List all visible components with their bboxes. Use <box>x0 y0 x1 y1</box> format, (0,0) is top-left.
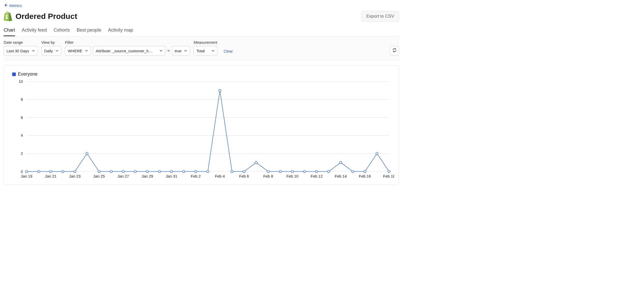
svg-point-48 <box>267 170 269 173</box>
svg-text:Jan 27: Jan 27 <box>118 174 129 178</box>
svg-point-54 <box>340 161 342 164</box>
svg-point-55 <box>352 170 354 173</box>
refresh-icon <box>392 48 397 54</box>
svg-text:Jan 25: Jan 25 <box>93 174 105 178</box>
svg-text:2: 2 <box>21 151 23 156</box>
svg-point-34 <box>98 170 100 173</box>
legend-swatch <box>12 72 16 76</box>
svg-point-58 <box>388 170 390 173</box>
svg-point-40 <box>170 170 173 173</box>
chevron-down-icon <box>85 49 88 52</box>
svg-point-44 <box>219 89 221 92</box>
svg-text:Feb 4: Feb 4 <box>215 174 225 178</box>
page-title: Ordered Product <box>16 12 77 21</box>
view-by-label: View by <box>41 40 61 45</box>
svg-point-46 <box>243 170 245 173</box>
svg-point-37 <box>134 170 136 173</box>
svg-text:4: 4 <box>21 133 23 137</box>
filter-equals: = <box>167 48 170 53</box>
svg-point-49 <box>279 170 281 173</box>
svg-point-47 <box>255 161 257 164</box>
svg-text:10: 10 <box>19 79 23 84</box>
svg-text:Feb 10: Feb 10 <box>286 174 298 178</box>
svg-text:Jan 21: Jan 21 <box>45 174 57 178</box>
back-link[interactable]: Metrics <box>4 3 22 8</box>
svg-point-41 <box>182 170 185 173</box>
chevron-down-icon <box>55 49 58 52</box>
svg-point-30 <box>49 170 52 173</box>
chevron-down-icon <box>159 49 163 52</box>
svg-text:Jan 29: Jan 29 <box>142 174 153 178</box>
svg-point-39 <box>158 170 161 173</box>
measurement-select[interactable]: Total <box>194 46 217 55</box>
tab-cohorts[interactable]: Cohorts <box>54 27 70 36</box>
back-link-label: Metrics <box>9 3 22 8</box>
tab-activity-map[interactable]: Activity map <box>108 27 133 36</box>
date-range-select[interactable]: Last 30 Days <box>4 46 38 55</box>
svg-point-31 <box>62 170 64 173</box>
svg-text:8: 8 <box>21 97 23 101</box>
svg-point-42 <box>195 170 197 173</box>
svg-text:Feb 18: Feb 18 <box>383 174 394 178</box>
svg-point-50 <box>291 170 294 173</box>
svg-point-45 <box>231 170 233 173</box>
svg-point-52 <box>316 170 318 173</box>
svg-text:Feb 8: Feb 8 <box>263 174 273 178</box>
svg-point-56 <box>364 170 366 173</box>
svg-point-33 <box>86 152 88 155</box>
chevron-down-icon <box>32 49 35 52</box>
measurement-label: Measurement <box>194 40 217 45</box>
svg-point-36 <box>122 170 125 173</box>
svg-point-38 <box>146 170 149 173</box>
clear-link[interactable]: Clear <box>224 49 233 55</box>
tabs: Chart Activity feed Cohorts Best people … <box>4 27 399 36</box>
chevron-down-icon <box>211 49 215 52</box>
svg-text:Feb 14: Feb 14 <box>335 174 347 178</box>
svg-point-29 <box>38 170 40 173</box>
svg-text:0: 0 <box>21 170 23 174</box>
date-range-label: Date range <box>4 40 38 45</box>
filter-attribute-select[interactable]: Attribute: _source_customer_h… <box>93 46 165 55</box>
svg-point-35 <box>110 170 112 173</box>
filter-value-select[interactable]: true <box>172 46 190 55</box>
svg-point-28 <box>25 170 28 173</box>
svg-point-51 <box>303 170 306 173</box>
refresh-button[interactable] <box>390 46 399 55</box>
arrow-left-icon <box>4 3 8 8</box>
tab-chart[interactable]: Chart <box>4 27 15 36</box>
svg-text:Feb 16: Feb 16 <box>359 174 371 178</box>
svg-point-53 <box>327 170 330 173</box>
filter-label: Filter <box>65 40 190 45</box>
filter-where-select[interactable]: WHERE <box>65 46 91 55</box>
view-by-select[interactable]: Daily <box>41 46 61 55</box>
svg-text:Jan 31: Jan 31 <box>166 174 177 178</box>
tab-best-people[interactable]: Best people <box>77 27 101 36</box>
chart-card: Everyone 0246810Jan 19Jan 21Jan 23Jan 25… <box>4 65 399 185</box>
svg-text:Feb 12: Feb 12 <box>311 174 323 178</box>
shopify-icon <box>4 11 12 21</box>
svg-text:Feb 6: Feb 6 <box>239 174 249 178</box>
legend-label: Everyone <box>18 71 38 77</box>
svg-text:Jan 19: Jan 19 <box>21 174 32 178</box>
svg-point-32 <box>74 170 76 173</box>
svg-text:Feb 2: Feb 2 <box>191 174 201 178</box>
chart-legend: Everyone <box>12 71 394 77</box>
svg-point-57 <box>376 152 378 155</box>
chevron-down-icon <box>184 49 187 52</box>
tab-activity-feed[interactable]: Activity feed <box>22 27 47 36</box>
svg-text:6: 6 <box>21 115 23 120</box>
export-csv-button[interactable]: Export to CSV <box>361 11 399 22</box>
svg-point-43 <box>207 170 209 173</box>
line-chart: 0246810Jan 19Jan 21Jan 23Jan 25Jan 27Jan… <box>9 79 394 182</box>
svg-text:Jan 23: Jan 23 <box>69 174 81 178</box>
